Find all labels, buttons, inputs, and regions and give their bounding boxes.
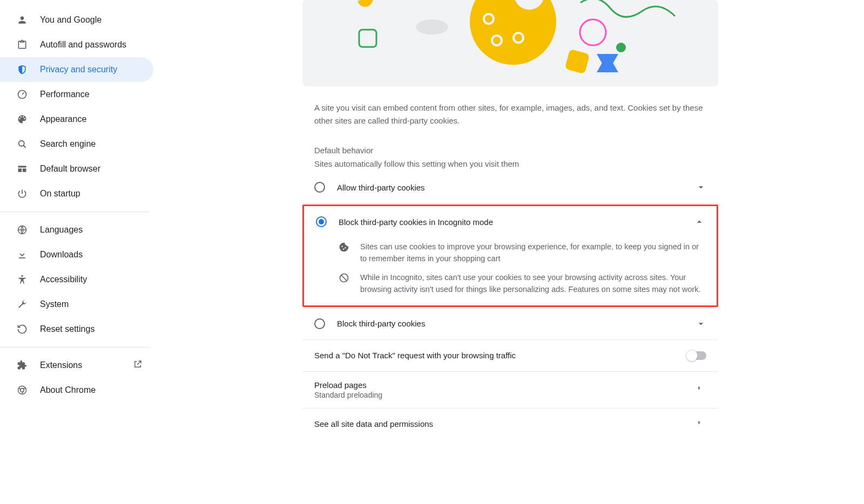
sidebar-item-label: System [40,299,69,309]
sidebar-divider [0,347,149,348]
radio-unchecked-icon[interactable] [314,318,325,329]
sidebar-item-performance[interactable]: Performance [0,82,153,107]
radio-label: Block third-party cookies in Incognito m… [339,217,694,227]
radio-allow-third-party[interactable]: Allow third-party cookies [302,172,718,203]
clipboard-icon [16,39,28,51]
sidebar-item-label: Search engine [40,139,96,149]
accessibility-icon [16,274,28,285]
sidebar-item-label: You and Google [40,15,102,25]
dnt-label: Send a "Do Not Track" request with your … [314,351,687,360]
detail-cookie-benefit: Sites can use cookies to improve your br… [304,237,717,268]
all-site-data-row[interactable]: See all site data and permissions [302,408,718,440]
download-icon [16,249,28,261]
sidebar-item-extensions[interactable]: Extensions [0,353,153,378]
hero-illustration [302,0,718,86]
search-icon [16,138,28,150]
sidebar-item-label: On startup [40,189,80,199]
globe-icon [16,224,28,236]
default-behavior-heading: Default behavior [302,127,718,155]
sidebar-item-reset-settings[interactable]: Reset settings [0,317,153,342]
svg-point-6 [470,0,556,65]
main-content: A site you visit can embed content from … [157,0,864,504]
sidebar-item-languages[interactable]: Languages [0,217,153,242]
sidebar-item-label: Reset settings [40,324,94,334]
sidebar-item-system[interactable]: System [0,292,153,317]
speed-icon [16,88,28,100]
detail-incognito-block: While in Incognito, sites can't use your… [304,268,717,305]
highlighted-option-box: Block third-party cookies in Incognito m… [302,205,718,307]
block-icon [339,271,350,296]
sidebar-item-label: Privacy and security [40,65,117,74]
sidebar-item-label: Performance [40,90,90,99]
radio-label: Allow third-party cookies [337,183,696,192]
extension-icon [16,359,28,371]
sidebar-item-downloads[interactable]: Downloads [0,242,153,267]
svg-point-11 [416,19,448,35]
svg-point-3 [21,275,23,277]
sidebar-item-label: Autofill and passwords [40,40,126,50]
sidebar-item-label: About Chrome [40,385,96,395]
sidebar-item-label: Accessibility [40,275,87,284]
svg-point-13 [580,19,606,45]
sidebar-item-label: Extensions [40,360,82,370]
sidebar-item-accessibility[interactable]: Accessibility [0,267,153,292]
toggle-off-icon[interactable] [687,351,706,360]
all-site-data-label: See all site data and permissions [314,419,696,428]
chevron-right-icon[interactable] [696,384,706,395]
sidebar-item-label: Appearance [40,114,86,124]
radio-unchecked-icon[interactable] [314,182,325,193]
sidebar-item-label: Default browser [40,164,100,174]
chrome-icon [16,384,28,396]
radio-block-all[interactable]: Block third-party cookies [302,308,718,340]
sidebar-item-privacy-security[interactable]: Privacy and security [0,57,153,82]
chevron-right-icon[interactable] [696,419,706,430]
sidebar-item-you-and-google[interactable]: You and Google [0,8,153,32]
default-behavior-subtext: Sites automatically follow this setting … [302,155,718,172]
svg-point-1 [19,141,24,146]
browser-icon [16,163,28,175]
sidebar-item-appearance[interactable]: Appearance [0,107,153,132]
sidebar-item-about-chrome[interactable]: About Chrome [0,378,153,403]
svg-point-17 [616,43,626,52]
chevron-down-icon[interactable] [696,182,706,193]
radio-label: Block third-party cookies [337,319,696,328]
open-in-new-icon [133,359,143,371]
radio-block-incognito[interactable]: Block third-party cookies in Incognito m… [304,206,717,305]
sidebar-item-on-startup[interactable]: On startup [0,181,153,206]
chevron-up-icon[interactable] [694,216,705,227]
detail-text: While in Incognito, sites can't use your… [360,271,705,296]
preload-secondary-label: Standard preloading [314,391,696,399]
person-icon [16,14,28,26]
power-icon [16,188,28,200]
wrench-icon [16,298,28,310]
sidebar-item-label: Languages [40,225,83,235]
do-not-track-row[interactable]: Send a "Do Not Track" request with your … [302,340,718,372]
sidebar-divider [0,212,149,212]
shield-icon [16,64,28,76]
sidebar-item-default-browser[interactable]: Default browser [0,156,153,181]
preload-pages-row[interactable]: Preload pages Standard preloading [302,372,718,408]
settings-sidebar: You and Google Autofill and passwords Pr… [0,0,157,504]
svg-rect-14 [565,49,590,74]
cookie-icon [339,241,350,265]
intro-text: A site you visit can embed content from … [302,86,718,127]
detail-text: Sites can use cookies to improve your br… [360,241,705,265]
svg-rect-12 [359,30,376,47]
reset-icon [16,323,28,335]
preload-primary-label: Preload pages [314,380,696,390]
sidebar-item-label: Downloads [40,250,83,260]
chevron-down-icon[interactable] [696,318,706,329]
radio-checked-icon[interactable] [316,216,327,227]
sidebar-item-search-engine[interactable]: Search engine [0,132,153,156]
sidebar-item-autofill[interactable]: Autofill and passwords [0,32,153,57]
palette-icon [16,113,28,125]
